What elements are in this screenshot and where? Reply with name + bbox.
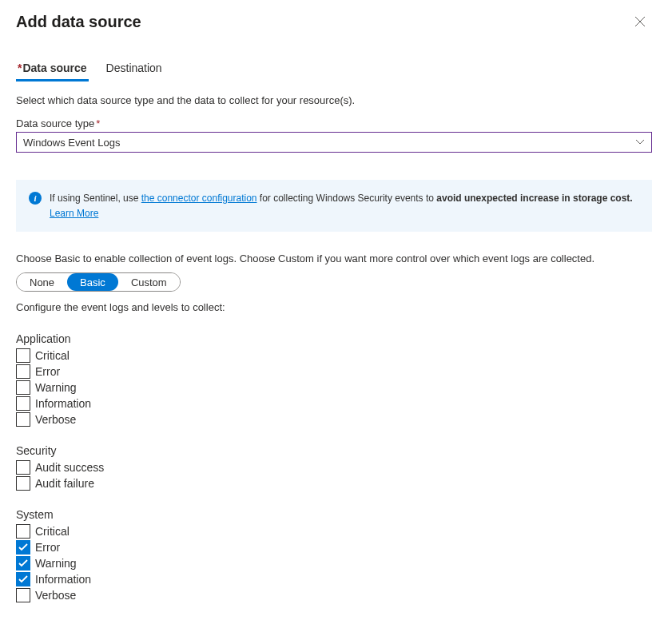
group-heading-security: Security	[16, 444, 652, 457]
checkbox-box	[16, 476, 30, 491]
checkbox-box	[16, 396, 30, 411]
checkbox-box	[16, 380, 30, 395]
checkbox-label: Error	[35, 365, 60, 378]
checkbox-label: Critical	[35, 525, 70, 538]
checkbox-box	[16, 412, 30, 427]
checkbox-system-information[interactable]: Information	[16, 572, 652, 586]
connector-config-link[interactable]: the connector configuration	[141, 193, 257, 204]
mode-none[interactable]: None	[17, 273, 67, 291]
checkbox-application-verbose[interactable]: Verbose	[16, 412, 652, 427]
checkbox-system-warning[interactable]: Warning	[16, 556, 652, 570]
checkbox-box	[16, 588, 30, 602]
tab-data-source[interactable]: Data source	[16, 57, 89, 81]
mode-description: Choose Basic to enable collection of eve…	[16, 252, 652, 264]
checkbox-label: Information	[35, 397, 91, 410]
checkbox-box	[16, 348, 30, 363]
learn-more-link[interactable]: Learn More	[50, 206, 639, 221]
checkbox-system-critical[interactable]: Critical	[16, 524, 652, 539]
page-title: Add data source	[16, 13, 141, 31]
close-button[interactable]	[628, 13, 652, 33]
checkbox-application-error[interactable]: Error	[16, 364, 652, 379]
checkbox-label: Warning	[35, 557, 77, 570]
data-source-type-label: Data source type*	[16, 117, 652, 129]
mode-toggle: None Basic Custom	[16, 272, 181, 292]
helper-text: Select which data source type and the da…	[16, 94, 652, 106]
tab-destination[interactable]: Destination	[105, 57, 164, 81]
checkbox-box	[16, 556, 30, 570]
tabs: Data source Destination	[16, 57, 652, 81]
checkbox-security-audit-failure[interactable]: Audit failure	[16, 476, 652, 491]
configure-text: Configure the event logs and levels to c…	[16, 301, 652, 313]
checkbox-system-error[interactable]: Error	[16, 540, 652, 555]
mode-custom[interactable]: Custom	[118, 273, 180, 291]
checkbox-system-verbose[interactable]: Verbose	[16, 588, 652, 602]
select-value: Windows Event Logs	[23, 137, 120, 149]
checkbox-label: Verbose	[35, 413, 76, 426]
checkbox-label: Error	[35, 541, 60, 554]
checkbox-application-information[interactable]: Information	[16, 396, 652, 411]
checkbox-label: Information	[35, 573, 91, 586]
checkbox-box	[16, 572, 30, 586]
checkbox-box	[16, 364, 30, 379]
checkbox-label: Verbose	[35, 589, 76, 602]
info-banner: i If using Sentinel, use the connector c…	[16, 180, 652, 232]
group-heading-system: System	[16, 508, 652, 521]
checkbox-label: Audit success	[35, 461, 104, 474]
checkbox-box	[16, 540, 30, 555]
info-icon: i	[29, 192, 42, 205]
mode-basic[interactable]: Basic	[67, 273, 118, 291]
checkbox-application-warning[interactable]: Warning	[16, 380, 652, 395]
checkbox-label: Critical	[35, 349, 70, 362]
chevron-down-icon	[635, 137, 645, 148]
checkbox-security-audit-success[interactable]: Audit success	[16, 460, 652, 475]
checkbox-box	[16, 524, 30, 539]
checkbox-label: Audit failure	[35, 477, 94, 490]
checkbox-label: Warning	[35, 381, 77, 394]
checkbox-application-critical[interactable]: Critical	[16, 348, 652, 363]
close-icon	[634, 16, 646, 30]
group-heading-application: Application	[16, 332, 652, 345]
data-source-type-select[interactable]: Windows Event Logs	[16, 132, 652, 153]
checkbox-box	[16, 460, 30, 475]
